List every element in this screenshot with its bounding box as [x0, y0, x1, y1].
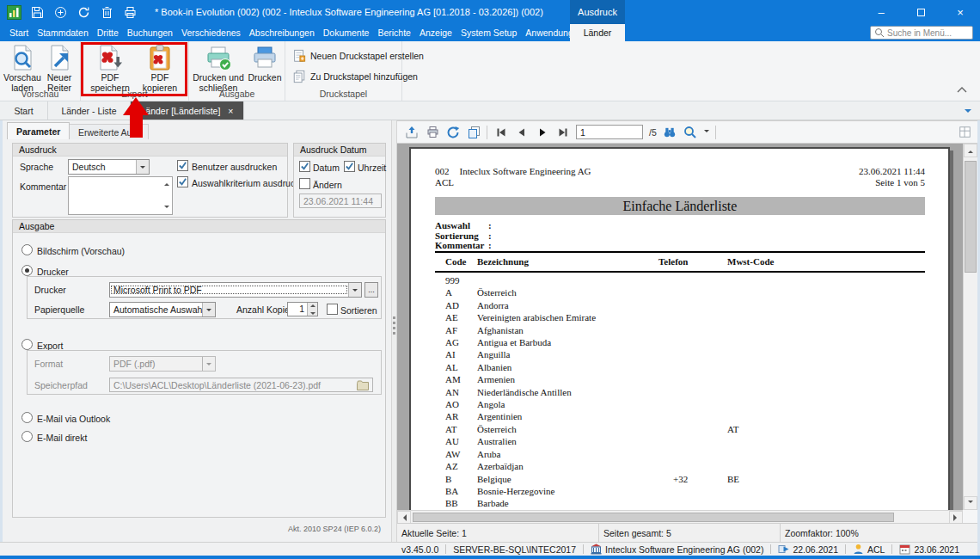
user-status[interactable]: ACL	[846, 544, 891, 555]
doc-header-row1: 002 Inteclux Software Engineering AG 23.…	[435, 166, 925, 176]
delete-icon[interactable]	[99, 4, 114, 20]
scroll-right-button[interactable]	[949, 511, 963, 524]
group-ausdruck-title: Ausdruck	[13, 144, 287, 157]
scroll-up-icon[interactable]	[164, 181, 169, 186]
datum-checkbox[interactable]	[299, 161, 310, 172]
zoom-dropdown-icon[interactable]	[704, 130, 709, 135]
uhrzeit-checkbox[interactable]	[344, 161, 355, 172]
menu-item-dokumente[interactable]: Dokumente	[319, 24, 374, 41]
save-icon[interactable]	[29, 4, 45, 20]
search-input[interactable]	[887, 28, 969, 38]
period-date-status[interactable]: 22.06.2021	[771, 544, 845, 555]
doc-table-cell	[658, 348, 727, 360]
menu-item-abschreibungen[interactable]: Abschreibungen	[245, 24, 319, 41]
export-radio[interactable]	[21, 339, 33, 350]
print-preview-icon[interactable]	[425, 125, 439, 139]
search-binoculars-icon[interactable]	[663, 125, 677, 139]
ribbon-group-vorschau: Vorschau laden Neuer Reiter Vorschau	[0, 41, 81, 101]
zu-druckstapel-button[interactable]: Zu Druckstapel hinzufügen	[292, 70, 418, 83]
email-outlook-radio[interactable]	[21, 412, 33, 423]
thumbnail-panel-icon[interactable]	[958, 125, 972, 139]
ribbon-group-label-ausgabe: Ausgabe	[189, 89, 285, 99]
preview-viewport[interactable]: 002 Inteclux Software Engineering AG 23.…	[397, 144, 963, 510]
menu-item-anzeige[interactable]: Anzeige	[415, 24, 456, 41]
hscroll-thumb[interactable]	[413, 513, 894, 522]
menu-item-anwendung[interactable]: Anwendung	[521, 24, 577, 41]
page-number-input[interactable]: 1	[576, 125, 643, 139]
doc-table-header-cell: Bezeichnung	[477, 256, 658, 267]
contextual-tab-ausdruck[interactable]: Ausdruck	[570, 0, 625, 24]
scroll-down-icon[interactable]	[164, 206, 169, 211]
nav-next-icon[interactable]	[535, 125, 549, 139]
bildschirm-radio[interactable]	[21, 244, 33, 255]
stepper-arrows[interactable]	[307, 303, 317, 316]
tab-parameter[interactable]: Parameter	[7, 122, 70, 139]
add-icon[interactable]	[52, 4, 68, 20]
auswahlkriterium-checkbox[interactable]	[177, 176, 188, 187]
doc-table-cell	[727, 299, 925, 311]
chevron-down-icon[interactable]	[348, 283, 361, 297]
scroll-up-button[interactable]	[964, 144, 977, 157]
sortieren-checkbox[interactable]	[327, 304, 338, 315]
menu-item-buchungen[interactable]: Buchungen	[123, 24, 177, 41]
app-window: * Book-in Evolution (002) (002 - Inteclu…	[0, 0, 980, 559]
nav-prev-icon[interactable]	[514, 125, 529, 139]
scroll-down-button[interactable]	[964, 496, 977, 510]
doc-table-cell: Azerbaïdjan	[477, 460, 658, 472]
vscroll-thumb[interactable]	[965, 161, 977, 273]
doc-table-cell: AM	[435, 373, 477, 385]
menu-item-system-setup[interactable]: System Setup	[456, 24, 521, 41]
preview-hscrollbar[interactable]	[397, 510, 963, 524]
drucker-select[interactable]: Microsoft Print to PDF	[109, 282, 362, 298]
drucken-button[interactable]: Drucken	[246, 44, 284, 83]
menu-item-start[interactable]: Start	[5, 24, 33, 41]
work-date-status[interactable]: 23.06.2021	[892, 544, 966, 555]
app-logo-icon[interactable]	[6, 4, 21, 20]
print-icon[interactable]	[122, 4, 138, 20]
sprache-select[interactable]: Deutsch	[68, 159, 150, 175]
export-report-icon[interactable]	[404, 125, 419, 139]
menu-tab-laender[interactable]: Länder	[570, 24, 625, 41]
aendern-checkbox[interactable]	[299, 178, 310, 189]
tab-close-icon[interactable]: ×	[228, 106, 233, 116]
refresh-icon[interactable]	[76, 4, 91, 20]
doc-tab-start[interactable]: Start	[0, 101, 48, 120]
preview-vscrollbar[interactable]	[963, 144, 977, 510]
papierquelle-select[interactable]: Automatische Auswahl	[109, 302, 216, 317]
nav-first-icon[interactable]	[493, 125, 508, 139]
panel-splitter[interactable]	[391, 120, 397, 542]
menu-item-dritte[interactable]: Dritte	[93, 24, 123, 41]
doc-table-cell	[658, 274, 727, 286]
vorschau-laden-button[interactable]: Vorschau laden	[3, 44, 41, 93]
drucken-schliessen-button[interactable]: Drucken und schließen	[191, 44, 246, 93]
doc-tab-laender-liste[interactable]: Länder - Liste	[48, 101, 131, 120]
drucker-browse-button[interactable]: ...	[364, 282, 378, 298]
zoom-icon[interactable]	[683, 125, 698, 139]
benutzer-ausdrucken-checkbox[interactable]	[177, 160, 188, 171]
neuer-reiter-button[interactable]: Neuer Reiter	[41, 44, 77, 93]
refresh-preview-icon[interactable]	[445, 125, 460, 139]
doc-table-cell: AW	[435, 448, 477, 460]
menu-search[interactable]	[870, 26, 973, 40]
email-direkt-radio[interactable]	[21, 431, 33, 442]
kommentar-textarea[interactable]	[68, 176, 173, 215]
scroll-left-button[interactable]	[397, 511, 411, 524]
menu-item-berichte[interactable]: Berichte	[373, 24, 415, 41]
drucker-radio[interactable]	[21, 265, 33, 276]
kommentar-doc-label: Kommentar	[435, 241, 488, 251]
neuen-druckstapel-button[interactable]: Neuen Druckstapel erstellen	[292, 49, 424, 63]
ribbon-collapse-icon[interactable]	[956, 85, 968, 95]
datum-input[interactable]: 23.06.2021 11:44	[299, 194, 382, 208]
minimize-button[interactable]: –	[861, 0, 901, 24]
menu-item-verschiedenes[interactable]: Verschiedenes	[177, 24, 245, 41]
copy-page-icon[interactable]	[466, 125, 481, 139]
chevron-down-icon[interactable]	[136, 160, 149, 174]
close-button[interactable]: ×	[940, 0, 980, 24]
chevron-down-icon[interactable]	[202, 303, 215, 316]
menu-item-stammdaten[interactable]: Stammdaten	[33, 24, 93, 41]
maximize-button[interactable]	[901, 0, 940, 24]
folder-icon[interactable]	[356, 379, 370, 391]
anzahl-kopien-stepper[interactable]: 1	[287, 302, 318, 316]
nav-last-icon[interactable]	[555, 125, 570, 139]
tab-overflow-icon[interactable]	[965, 109, 971, 116]
